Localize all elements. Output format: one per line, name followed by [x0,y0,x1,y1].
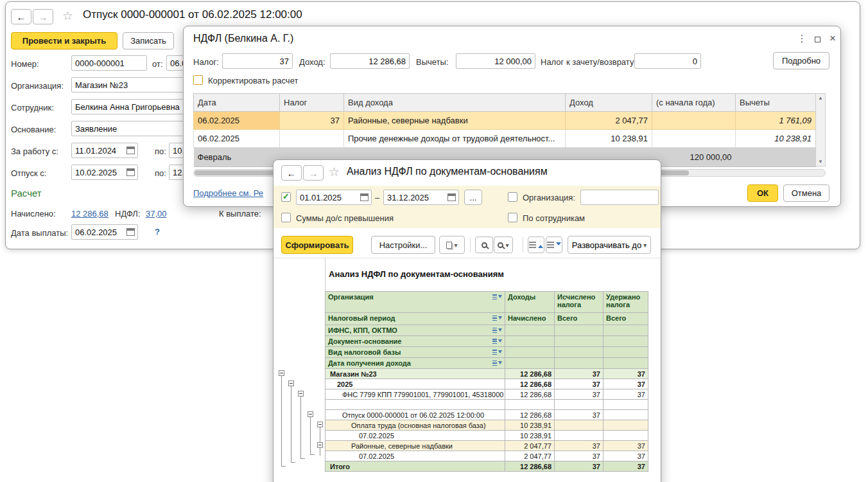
organization-field[interactable]: Магазин №23 [71,77,186,93]
header-total2: Всего [603,313,648,325]
calendar-icon[interactable] [126,168,135,176]
column-date[interactable]: Дата [194,94,280,112]
report-row-document[interactable]: Отпуск 0000-000001 от 06.02.2025 12:00:0… [326,410,648,420]
ndfl-label: НДФЛ: [115,209,141,219]
ndfl-amount-link[interactable]: 37,00 [146,209,167,219]
collapse-node-icon[interactable] [288,380,294,386]
basis-field[interactable]: Заявление [71,121,186,136]
table-row[interactable]: 06.02.2025 Прочие денежные доходы от тру… [194,130,816,148]
post-and-close-button[interactable]: Провести и закрыть [11,32,117,49]
report-row-date[interactable]: 07.02.2025 2 047,77 37 37 [326,451,648,461]
calendar-icon[interactable] [447,193,456,201]
pay-date-field[interactable]: 06.02.2025 [71,224,138,240]
organization-filter-field[interactable] [580,190,659,205]
vertical-scrollbar[interactable]: ▲ ▼ [815,93,826,166]
offset-field[interactable]: 0 [634,53,701,69]
close-icon[interactable]: × [826,31,840,46]
scroll-up-icon[interactable]: ▲ [816,95,825,101]
sort-icon[interactable] [492,315,502,321]
collapse-node-icon[interactable] [308,411,313,417]
window-menu-icon[interactable]: ⋮ [795,31,809,46]
column-ytd[interactable]: (с начала года) [652,94,736,112]
expand-to-button[interactable]: Разворачивать до▾ [568,236,651,254]
collapse-groups-button[interactable] [528,237,544,253]
sort-icon[interactable] [492,327,502,334]
period-more-button[interactable]: ... [464,190,482,205]
collapse-node-icon[interactable] [279,370,284,376]
adjust-calculation-checkbox[interactable] [193,75,203,85]
expand-groups-button[interactable] [546,237,562,253]
maximize-icon[interactable] [810,31,824,46]
by-employee-checkbox[interactable] [508,213,517,222]
organization-checkbox[interactable] [508,192,517,202]
settings-button[interactable]: Настройки... [371,236,435,254]
more-details-link[interactable]: Подробнее см. Ре [193,188,263,198]
period-from-field[interactable]: 01.01.2025 [296,190,372,205]
collapse-node-icon[interactable] [317,422,323,427]
header-tax-period[interactable]: Налоговый период [326,313,505,325]
report-row-spacer [326,400,648,410]
report-header-row: ИФНС, КПП, ОКТМО [326,325,648,336]
accrued-amount-link[interactable]: 12 286,68 [71,209,108,219]
tree-line [281,376,282,466]
report-row-date[interactable]: 07.02.2025 10 238,91 [326,431,648,441]
back-button[interactable]: ← [11,9,31,24]
write-button[interactable]: Записать [123,32,174,49]
help-icon[interactable]: ? [155,227,160,237]
generate-button[interactable]: Сформировать [281,236,353,254]
excess-sums-checkbox[interactable] [281,213,291,222]
header-organization[interactable]: Организация [326,292,505,313]
forward-button[interactable]: → [303,165,324,181]
back-button[interactable]: ← [281,165,302,181]
report-row-organization[interactable]: Магазин №23 12 286,68 37 37 [326,369,648,379]
sort-icon[interactable] [492,294,502,300]
search-button[interactable] [475,237,493,253]
report-row-tax-base[interactable]: Районные, северные надбавки 2 047,77 37 … [326,441,648,451]
header-tax-base-type[interactable]: Вид налоговой базы [326,347,505,358]
vacation-from-field[interactable]: 10.02.2025 [71,165,138,180]
forward-button[interactable]: → [33,9,53,24]
search-next-button[interactable]: ▾ [494,237,513,253]
sort-icon[interactable] [492,338,502,344]
favorite-star-icon[interactable]: ☆ [329,165,340,179]
deductions-field[interactable]: 12 000,00 [456,53,535,69]
period-checkbox[interactable]: ✓ [281,192,291,202]
report-row-tax-base[interactable]: Оплата труда (основная налоговая база) 1… [326,420,648,431]
column-income[interactable]: Доход [566,94,652,112]
table-row[interactable]: 06.02.2025 37 Районные, северные надбавк… [194,112,816,130]
collapse-node-icon[interactable] [298,391,304,397]
employee-field[interactable]: Белкина Анна Григорьевна [71,99,186,114]
favorite-star-icon[interactable]: ☆ [62,9,73,23]
sort-icon[interactable] [492,360,502,366]
ndfl-table-container: Дата Налог Вид дохода Доход (с начала го… [193,93,826,166]
details-button[interactable]: Подробно [773,52,829,69]
report-variant-icon [446,242,452,249]
header-income-date[interactable]: Дата получения дохода [326,358,505,369]
column-income-type[interactable]: Вид дохода [344,94,566,112]
work-from-field[interactable]: 11.01.2024 [71,143,138,158]
number-field[interactable]: 0000-000001 [71,55,147,71]
header-base-document[interactable]: Документ-основание [326,336,505,347]
work-to-label: по: [155,147,166,156]
calendar-icon[interactable] [360,193,369,201]
report-variants-button[interactable]: ▾ [439,236,465,254]
income-field[interactable]: 12 286,68 [330,53,410,69]
report-row-year[interactable]: 2025 12 286,68 37 37 [326,379,648,389]
calendar-icon[interactable] [126,228,135,236]
column-tax[interactable]: Налог [280,94,344,112]
header-accrued: Начислено [505,313,555,325]
tax-field[interactable]: 37 [222,53,293,69]
period-to-field[interactable]: 31.12.2025 [383,190,459,205]
header-ifns[interactable]: ИФНС, КПП, ОКТМО [326,325,505,336]
column-deductions[interactable]: Вычеты [736,94,816,112]
report-row-total[interactable]: Итого 12 286,68 37 37 [326,461,648,472]
calendar-icon[interactable] [126,147,135,154]
number-from-label: от: [152,59,163,69]
report-row-ifns[interactable]: ФНС 7799 КПП 779901001, 779901001, 45318… [326,389,648,400]
sort-icon[interactable] [492,349,502,355]
cancel-button[interactable]: Отмена [783,184,829,202]
collapse-node-icon[interactable] [317,442,323,448]
number-label: Номер: [11,59,39,69]
scroll-down-icon[interactable]: ▼ [816,159,825,165]
ok-button[interactable]: ОК [747,184,778,202]
